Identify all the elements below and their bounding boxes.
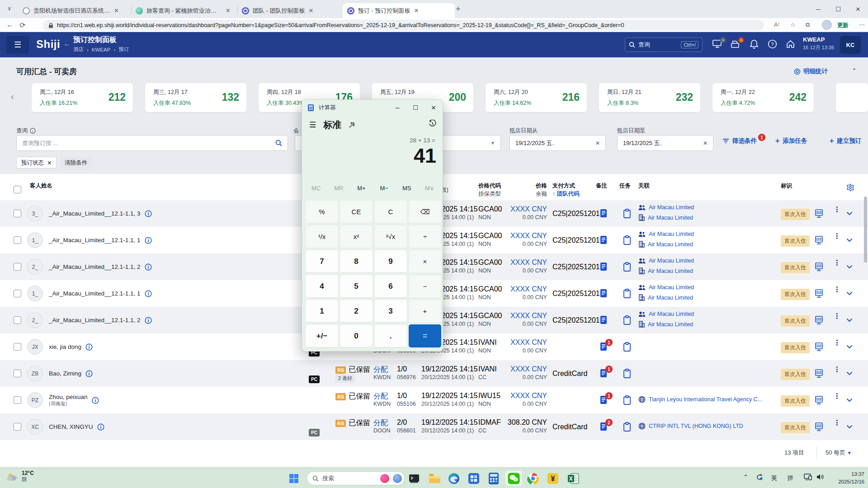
back-button[interactable]: ← bbox=[4, 21, 16, 29]
note-icon[interactable]: 1 bbox=[599, 395, 609, 405]
main-menu-button[interactable]: ☰ bbox=[6, 36, 29, 54]
row-expand-chevron-icon[interactable] bbox=[846, 318, 855, 327]
assign-link[interactable]: 分配 bbox=[373, 392, 388, 401]
availability-card-partial[interactable] bbox=[836, 83, 868, 112]
browser-menu-icon[interactable]: ⋯ bbox=[859, 21, 865, 28]
property-code[interactable]: KWEAP bbox=[803, 36, 825, 43]
row-checkbox[interactable] bbox=[14, 423, 21, 431]
calc-minimize-button[interactable]: ─ bbox=[388, 100, 406, 115]
row-checkbox[interactable] bbox=[14, 370, 21, 377]
row-more-actions-icon[interactable]: ⋮ bbox=[833, 314, 838, 318]
calc-key[interactable]: ¹/x bbox=[306, 225, 338, 248]
add-task-button[interactable]: + 添加任务 bbox=[775, 137, 807, 145]
calc-key[interactable]: 1 bbox=[306, 300, 338, 323]
cashier-icon[interactable]: 🔒 bbox=[731, 39, 741, 50]
row-expand-chevron-icon[interactable] bbox=[846, 291, 855, 300]
status-filter-chip[interactable]: 预订状态✕ bbox=[16, 157, 57, 169]
cards-prev-arrow-icon[interactable]: ‹ bbox=[11, 91, 14, 102]
guest-info-icon[interactable] bbox=[145, 210, 152, 217]
tab-close-icon[interactable]: ✕ bbox=[414, 7, 419, 14]
guest-info-icon[interactable] bbox=[145, 237, 152, 244]
row-expand-chevron-icon[interactable] bbox=[846, 345, 855, 354]
registration-stamp-icon[interactable] bbox=[815, 262, 824, 271]
calc-key[interactable]: 6 bbox=[374, 275, 407, 298]
note-icon[interactable] bbox=[599, 262, 609, 272]
arrival-to-input[interactable]: 19/12/2025 五. ✕ bbox=[617, 135, 713, 151]
guest-info-icon[interactable] bbox=[145, 290, 152, 297]
col-price[interactable]: 价格 bbox=[536, 182, 547, 190]
registration-stamp-icon[interactable] bbox=[815, 289, 824, 298]
profile-link[interactable]: Air Macau Limited bbox=[638, 204, 694, 211]
taskbar-app-blue-grid-app[interactable] bbox=[466, 471, 482, 486]
calc-key[interactable]: 3 bbox=[374, 300, 407, 323]
guest-name-cell[interactable]: _Air_Macau_Limited__12.1-1.1, 2 bbox=[49, 253, 152, 280]
row-checkbox[interactable] bbox=[14, 290, 21, 297]
clear-date-icon[interactable]: ✕ bbox=[703, 140, 708, 146]
row-expand-chevron-icon[interactable] bbox=[846, 211, 855, 221]
taskbar-app-edge[interactable] bbox=[446, 471, 462, 486]
profile-link-text[interactable]: Air Macau Limited bbox=[648, 268, 693, 274]
note-icon[interactable] bbox=[599, 315, 609, 325]
profile-link-text[interactable]: Air Macau Limited bbox=[648, 215, 693, 221]
profile-link-text[interactable]: Air Macau Limited bbox=[648, 295, 693, 301]
profile-link[interactable]: CTRIP INTL TVL (HONG KONG) LTD bbox=[638, 422, 743, 430]
profile-link[interactable]: Air Macau Limited bbox=[638, 284, 694, 291]
calc-key[interactable]: × bbox=[409, 250, 441, 273]
tab-close-icon[interactable]: ✕ bbox=[226, 7, 231, 14]
registration-stamp-icon[interactable] bbox=[815, 342, 824, 351]
calc-key[interactable]: 0 bbox=[340, 324, 373, 347]
row-checkbox[interactable] bbox=[14, 316, 21, 324]
refresh-button[interactable]: ⟳ bbox=[16, 21, 29, 29]
taskbar-search-box[interactable]: 搜索 bbox=[307, 471, 405, 485]
row-more-actions-icon[interactable]: ⋮ bbox=[833, 394, 838, 398]
select-all-checkbox[interactable] bbox=[14, 186, 21, 193]
task-clipboard-icon[interactable] bbox=[623, 209, 632, 218]
start-button[interactable] bbox=[286, 471, 302, 486]
calc-history-icon[interactable] bbox=[429, 120, 436, 127]
browser-tab-1[interactable]: 贵阳机场智选假日酒店系统网址导✕ bbox=[18, 3, 129, 18]
favorite-star-icon[interactable]: ☆ bbox=[790, 21, 796, 28]
guest-info-icon[interactable] bbox=[97, 423, 104, 431]
profile-link-text[interactable]: Air Macau Limited bbox=[649, 231, 694, 237]
calc-maximize-button[interactable]: ☐ bbox=[406, 100, 425, 115]
row-checkbox[interactable] bbox=[14, 210, 21, 217]
browser-tab-3[interactable]: 团队 - 团队控制面板✕ bbox=[237, 3, 341, 18]
guest-name-cell[interactable]: xie, jia dong bbox=[49, 333, 93, 360]
guest-name-cell[interactable]: _Air_Macau_Limited__12.1-1.1, 2 bbox=[49, 307, 152, 333]
availability-card[interactable]: 周三, 12月 17入住率 47.83%132 bbox=[145, 83, 246, 112]
profile-link-text[interactable]: Air Macau Limited bbox=[649, 311, 694, 317]
registration-stamp-icon[interactable] bbox=[815, 209, 824, 218]
task-clipboard-icon[interactable] bbox=[623, 422, 632, 431]
calc-memory-m[interactable]: M− bbox=[373, 185, 396, 192]
col-links[interactable]: 关联 bbox=[638, 182, 650, 190]
calc-key[interactable]: − bbox=[409, 275, 441, 298]
guest-name-cell[interactable]: CHEN, XINGYU bbox=[49, 413, 104, 440]
taskbar-app-wechat[interactable] bbox=[505, 471, 522, 486]
task-clipboard-icon[interactable] bbox=[623, 369, 632, 378]
note-icon[interactable]: 1 bbox=[599, 368, 609, 378]
task-clipboard-icon[interactable] bbox=[623, 395, 632, 404]
calc-key[interactable]: ÷ bbox=[409, 225, 441, 248]
profile-link[interactable]: Air Macau Limited bbox=[638, 258, 694, 264]
task-clipboard-icon[interactable] bbox=[623, 289, 632, 298]
registration-stamp-icon[interactable] bbox=[815, 315, 824, 324]
tab-search-chevron-icon[interactable]: ∨ bbox=[7, 5, 12, 12]
guest-name-cell[interactable]: _Air_Macau_Limited__12.1-1.1, 1 bbox=[49, 227, 152, 253]
tray-volume-icon[interactable] bbox=[816, 474, 825, 480]
clear-date-icon[interactable]: ✕ bbox=[595, 140, 600, 146]
calc-menu-icon[interactable]: ☰ bbox=[309, 120, 316, 130]
tray-lang-en[interactable]: 英 bbox=[771, 474, 777, 482]
back-nav-icon[interactable]: ← bbox=[63, 39, 71, 48]
breadcrumb-property[interactable]: KWEAP bbox=[92, 47, 111, 52]
taskbar-app-file-explorer[interactable] bbox=[426, 471, 443, 486]
availability-card[interactable]: 周六, 12月 20入住率 14.62%216 bbox=[486, 83, 587, 112]
row-expand-chevron-icon[interactable] bbox=[846, 398, 855, 407]
profile-link[interactable]: Air Macau Limited bbox=[638, 267, 693, 274]
tab-close-icon[interactable]: ✕ bbox=[309, 7, 314, 14]
create-reservation-button[interactable]: + 建立预订 bbox=[830, 137, 861, 145]
row-more-actions-icon[interactable]: ⋮ bbox=[833, 288, 838, 291]
table-row[interactable]: PZZhou, peixuan(周佩璇)RS已保留分配KWDN1/0055106… bbox=[0, 387, 868, 413]
calc-key[interactable]: = bbox=[409, 324, 441, 347]
task-clipboard-icon[interactable] bbox=[623, 315, 632, 324]
calc-key[interactable]: + bbox=[409, 300, 441, 323]
